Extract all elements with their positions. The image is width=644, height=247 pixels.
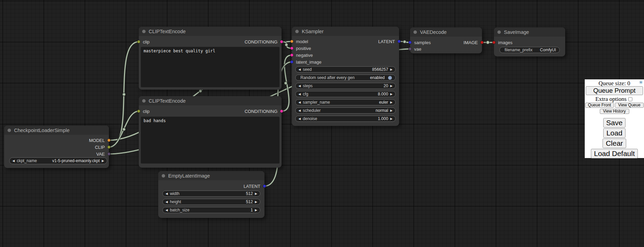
width-widget[interactable]: ◀ width 512 ▶ bbox=[162, 191, 260, 197]
increment-arrow-icon[interactable]: ▶ bbox=[390, 66, 393, 73]
save-button[interactable]: Save bbox=[603, 118, 626, 128]
batch-size-widget[interactable]: ◀ batch_size 1 ▶ bbox=[162, 207, 260, 213]
image-slot-dot[interactable] bbox=[492, 41, 496, 44]
decrement-arrow-icon[interactable]: ◀ bbox=[298, 66, 301, 73]
latent-slot-dot[interactable] bbox=[290, 60, 294, 64]
latent-slot-dot[interactable] bbox=[263, 184, 266, 188]
decrement-arrow-icon[interactable]: ◀ bbox=[298, 91, 301, 97]
input-slot-model[interactable]: model bbox=[290, 38, 308, 45]
input-slot-negative[interactable]: negative bbox=[290, 52, 313, 58]
input-slot-vae[interactable]: vae bbox=[408, 46, 421, 52]
node-empty-latent-image[interactable]: EmptyLatentImage LATENT ◀ width 512 ▶ ◀ … bbox=[158, 171, 264, 218]
output-slot-latent[interactable]: LATENT bbox=[378, 38, 401, 45]
decrement-arrow-icon[interactable]: ◀ bbox=[165, 199, 168, 205]
output-slot-clip[interactable]: CLIP bbox=[95, 144, 111, 151]
scheduler-widget[interactable]: ◀ scheduler normal ▶ bbox=[295, 107, 396, 114]
clip-slot-dot[interactable] bbox=[107, 145, 111, 149]
input-slot-samples[interactable]: samples bbox=[408, 39, 431, 46]
decrement-arrow-icon[interactable]: ◀ bbox=[165, 191, 168, 197]
node-graph-canvas[interactable]: CheckpointLoaderSimple MODEL CLIP VAE ◀ … bbox=[0, 0, 644, 247]
settings-gear-icon[interactable]: ✳ bbox=[639, 80, 643, 85]
decrement-arrow-icon[interactable]: ◀ bbox=[298, 99, 301, 105]
widget-label: seed bbox=[303, 67, 312, 72]
vae-slot-dot[interactable] bbox=[107, 152, 111, 156]
node-title-bar[interactable]: CLIPTextEncode bbox=[139, 96, 282, 105]
output-slot-model[interactable]: MODEL bbox=[89, 137, 111, 144]
positive-prompt-textarea[interactable]: masterpiece best quality girl bbox=[141, 47, 280, 87]
node-save-image[interactable]: SaveImage images filename_prefix ComfyUI bbox=[494, 27, 565, 56]
output-slot-conditioning[interactable]: CONDITIONING bbox=[245, 108, 283, 115]
height-widget[interactable]: ◀ height 512 ▶ bbox=[162, 199, 260, 205]
output-label: IMAGE bbox=[463, 40, 478, 45]
decrement-arrow-icon[interactable]: ◀ bbox=[165, 207, 168, 213]
model-slot-dot[interactable] bbox=[290, 40, 294, 43]
increment-arrow-icon[interactable]: ▶ bbox=[255, 191, 257, 197]
node-title: SaveImage bbox=[504, 29, 529, 35]
increment-arrow-icon[interactable]: ▶ bbox=[102, 158, 104, 164]
conditioning-slot-dot[interactable] bbox=[290, 53, 294, 57]
input-slot-clip[interactable]: clip bbox=[137, 38, 150, 45]
clip-slot-dot[interactable] bbox=[137, 40, 140, 43]
load-default-button[interactable]: Load Default bbox=[591, 149, 638, 158]
increment-arrow-icon[interactable]: ▶ bbox=[255, 199, 257, 205]
clip-slot-dot[interactable] bbox=[137, 109, 140, 113]
queue-prompt-button[interactable]: Queue Prompt bbox=[586, 86, 643, 95]
node-title: EmptyLatentImage bbox=[168, 173, 210, 179]
node-checkpoint-loader-simple[interactable]: CheckpointLoaderSimple MODEL CLIP VAE ◀ … bbox=[4, 126, 109, 168]
increment-arrow-icon[interactable]: ▶ bbox=[255, 207, 257, 213]
increment-arrow-icon[interactable]: ▶ bbox=[390, 91, 393, 97]
node-title-bar[interactable]: VAEDecode bbox=[410, 27, 482, 37]
ckpt-name-widget[interactable]: ◀ ckpt_name v1-5-pruned-emaonly.ckpt ▶ bbox=[9, 157, 107, 164]
input-slot-clip[interactable]: clip bbox=[137, 108, 150, 115]
output-slot-vae[interactable]: VAE bbox=[96, 151, 111, 157]
cfg-widget[interactable]: ◀ cfg 8.000 ▶ bbox=[295, 91, 396, 97]
sampler-name-widget[interactable]: ◀ sampler_name euler ▶ bbox=[295, 99, 396, 105]
denoise-widget[interactable]: ◀ denoise 1.000 ▶ bbox=[295, 116, 396, 122]
decrement-arrow-icon[interactable]: ◀ bbox=[298, 83, 301, 89]
output-slot-latent[interactable]: LATENT bbox=[244, 183, 266, 190]
view-history-button[interactable]: View History bbox=[600, 109, 629, 114]
increment-arrow-icon[interactable]: ▶ bbox=[390, 107, 393, 114]
clear-button[interactable]: Clear bbox=[603, 139, 626, 148]
latent-slot-dot[interactable] bbox=[408, 41, 412, 44]
negative-prompt-textarea[interactable]: bad hands bbox=[141, 117, 280, 164]
decrement-arrow-icon[interactable]: ◀ bbox=[298, 116, 301, 122]
node-title-bar[interactable]: EmptyLatentImage bbox=[158, 171, 264, 180]
node-ksampler[interactable]: KSampler model positive negative latent_… bbox=[292, 27, 399, 126]
node-clip-text-encode-positive[interactable]: CLIPTextEncode clip CONDITIONING masterp… bbox=[139, 27, 282, 90]
filename-prefix-widget[interactable]: filename_prefix ComfyUI bbox=[499, 47, 560, 53]
node-vae-decode[interactable]: VAEDecode samples vae IMAGE bbox=[410, 27, 482, 53]
conditioning-slot-dot[interactable] bbox=[290, 47, 294, 50]
conditioning-slot-dot[interactable] bbox=[280, 109, 283, 113]
node-title-bar[interactable]: SaveImage bbox=[494, 27, 565, 37]
output-slot-conditioning[interactable]: CONDITIONING bbox=[245, 38, 283, 45]
increment-arrow-icon[interactable]: ▶ bbox=[390, 116, 393, 122]
view-queue-button[interactable]: View Queue bbox=[615, 103, 644, 108]
steps-widget[interactable]: ◀ steps 20 ▶ bbox=[295, 83, 396, 89]
latent-slot-dot[interactable] bbox=[397, 40, 401, 43]
decrement-arrow-icon[interactable]: ◀ bbox=[12, 158, 15, 164]
toggle-enabled-icon[interactable] bbox=[388, 76, 392, 80]
conditioning-slot-dot[interactable] bbox=[280, 40, 283, 43]
node-title-bar[interactable]: CheckpointLoaderSimple bbox=[4, 126, 109, 135]
node-clip-text-encode-negative[interactable]: CLIPTextEncode clip CONDITIONING bad han… bbox=[139, 96, 282, 168]
image-slot-dot[interactable] bbox=[480, 41, 484, 44]
extra-options-checkbox[interactable] bbox=[628, 97, 632, 101]
model-slot-dot[interactable] bbox=[107, 139, 111, 142]
output-slot-image[interactable]: IMAGE bbox=[463, 39, 484, 46]
node-title-bar[interactable]: KSampler bbox=[292, 27, 399, 36]
node-status-dot bbox=[413, 30, 417, 34]
load-button[interactable]: Load bbox=[603, 128, 626, 138]
input-slot-positive[interactable]: positive bbox=[290, 45, 311, 52]
input-slot-latent-image[interactable]: latent_image bbox=[290, 58, 321, 65]
decrement-arrow-icon[interactable]: ◀ bbox=[298, 107, 301, 114]
queue-front-button[interactable]: Queue Front bbox=[585, 103, 614, 108]
input-slot-images[interactable]: images bbox=[492, 39, 512, 46]
increment-arrow-icon[interactable]: ▶ bbox=[390, 83, 393, 89]
random-seed-toggle-widget[interactable]: Random seed after every gen enabled bbox=[295, 75, 396, 81]
increment-arrow-icon[interactable]: ▶ bbox=[390, 99, 393, 105]
vae-slot-dot[interactable] bbox=[408, 47, 412, 51]
seed-widget[interactable]: ◀ seed 8566257 ▶ bbox=[295, 66, 396, 73]
node-status-dot bbox=[497, 30, 501, 34]
node-title-bar[interactable]: CLIPTextEncode bbox=[139, 27, 282, 36]
